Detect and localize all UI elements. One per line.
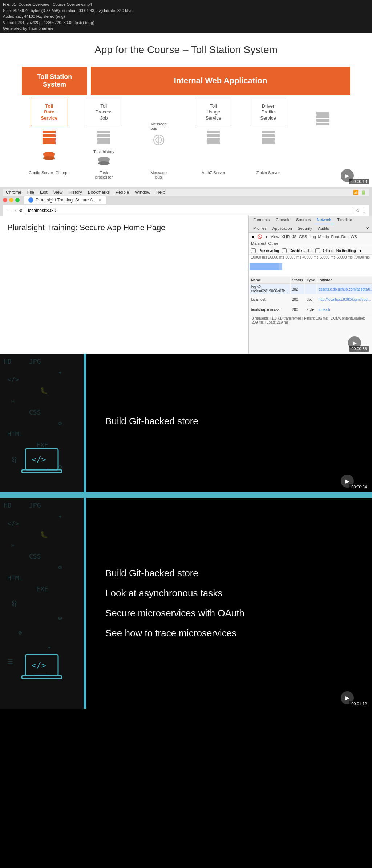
message-bus-icon	[152, 133, 165, 148]
slide3-right-panel: Build Git-backed store	[84, 354, 372, 492]
teal-divider	[0, 492, 372, 498]
toolbar-css[interactable]: CSS	[299, 235, 307, 239]
menu-window[interactable]: Window	[135, 190, 150, 195]
col-type: Type	[305, 277, 316, 284]
row1-status: 302	[291, 284, 305, 294]
offline-checkbox[interactable]	[315, 248, 320, 253]
toolbar-ws[interactable]: WS	[351, 235, 357, 239]
menu-history[interactable]: History	[69, 190, 82, 195]
menu-chrome[interactable]: Chrome	[6, 190, 21, 195]
deco4-icon-2: JPG	[29, 501, 41, 509]
devtools-tab-timeline[interactable]: Timeline	[334, 216, 355, 224]
preserve-log-label: Preserve log	[259, 249, 279, 253]
devtools-tab-audits[interactable]: Audits	[315, 224, 332, 232]
devtools-tab-sources[interactable]: Sources	[293, 216, 314, 224]
label-authz: AuthZ Server	[186, 171, 241, 179]
toll-process-icon	[97, 129, 111, 149]
meta-line5: Generated by Thumbnail me	[3, 25, 369, 32]
toolbar-other[interactable]: Other	[268, 241, 279, 245]
close-button[interactable]	[3, 198, 7, 202]
toll-process-label: TollProcessJob	[86, 99, 122, 127]
meta-bar: File: 01- Course Overview - Course Overv…	[0, 0, 372, 33]
zipkin-label	[305, 99, 341, 107]
toolbar-manifest[interactable]: Manifest	[251, 241, 266, 245]
devtools-tab-profiles[interactable]: Profiles	[250, 224, 270, 232]
svg-rect-16	[207, 131, 220, 133]
deco4-icon-8: ⚙	[58, 563, 62, 571]
svg-rect-26	[316, 119, 329, 122]
svg-rect-30	[22, 470, 62, 473]
laptop-icon: </>	[20, 447, 64, 480]
deco-icon-9: HTML	[7, 430, 23, 438]
tab-close-button[interactable]: ✕	[98, 198, 102, 203]
toolbar-js[interactable]: JS	[292, 235, 297, 239]
toll-usage-service: TollUsageService	[186, 99, 241, 169]
menu-help[interactable]: Help	[156, 190, 165, 195]
svg-rect-17	[207, 134, 220, 137]
slide4-bullet2: Look at asynchronous tasks	[105, 588, 350, 599]
menu-file[interactable]: File	[27, 190, 34, 195]
menu-people[interactable]: People	[116, 190, 129, 195]
toolbar-filter[interactable]: ▼	[264, 235, 268, 239]
toolbar-font[interactable]: Font	[331, 235, 339, 239]
toolbar-record[interactable]: ⏺	[251, 235, 255, 239]
toolbar-view[interactable]: View	[271, 235, 279, 239]
toolbar-media[interactable]: Media	[318, 235, 329, 239]
slide3-accent-bar	[84, 354, 86, 492]
devtools-tab-console[interactable]: Console	[273, 216, 293, 224]
toolbar-xhr[interactable]: XHR	[282, 235, 290, 239]
svg-rect-8	[97, 138, 110, 141]
devtools-tab-application[interactable]: Application	[270, 224, 295, 232]
throttle-dropdown[interactable]: ▼	[359, 249, 363, 253]
toolbar-doc[interactable]: Doc	[341, 235, 349, 239]
label-message-bus: Messagebus	[131, 171, 186, 179]
menu-bookmarks[interactable]: Bookmarks	[88, 190, 110, 195]
bookmark-icon[interactable]: ☆	[356, 208, 360, 213]
devtools-tab-elements[interactable]: Elements	[250, 216, 273, 224]
timestamp-4: 00:01:12	[349, 701, 369, 707]
devtools-tab-network[interactable]: Network	[314, 216, 334, 224]
devtools-tab-security[interactable]: Security	[295, 224, 315, 232]
deco-icon-4: </>	[7, 376, 19, 383]
maximize-button[interactable]	[15, 198, 20, 202]
deco4-icon-4: </>	[7, 520, 19, 527]
menu-view[interactable]: View	[53, 190, 63, 195]
deco4-icon-14: ✦	[47, 643, 51, 651]
devtools-tabs: Elements Console Sources Network Timelin…	[249, 216, 372, 233]
col-initiator: Initiator	[317, 277, 372, 284]
settings-icon[interactable]: ⋮	[362, 208, 366, 213]
deco4-icon-5: 🐛	[40, 531, 48, 538]
wifi-icon: 📶	[353, 190, 359, 195]
disable-cache-checkbox[interactable]	[282, 248, 287, 253]
browser-menubar[interactable]: Chrome File Edit View History Bookmarks …	[3, 189, 369, 196]
reload-button[interactable]: ↻	[19, 208, 23, 213]
meta-line4: Video: h264, yuv420p, 1280x720, 30.00 fp…	[3, 20, 369, 26]
svg-text:</>: </>	[32, 455, 46, 464]
browser-tab-active[interactable]: Pluralsight Training: Secure A... ✕	[24, 196, 106, 204]
network-row-3[interactable]: bootstrap.min.css 200 style index.fi 106…	[250, 305, 372, 314]
row1-type	[305, 284, 316, 294]
menu-edit[interactable]: Edit	[40, 190, 48, 195]
message-bus-sublabel: Messagebus	[150, 122, 167, 131]
back-button[interactable]: ←	[6, 208, 10, 213]
address-input[interactable]: localhost:8080	[25, 207, 353, 214]
row2-name: localhost	[250, 295, 290, 304]
svg-rect-19	[207, 141, 220, 144]
svg-rect-25	[316, 115, 329, 118]
network-row-1[interactable]: login?code=62819006a07b... 302 assets.c.…	[250, 284, 372, 294]
minimize-button[interactable]	[9, 198, 13, 202]
svg-rect-31	[35, 469, 49, 470]
forward-button[interactable]: →	[12, 208, 17, 213]
devtools-close-button[interactable]: ✕	[366, 226, 369, 231]
internal-web-box: Internal Web Application	[91, 67, 350, 95]
network-row-2[interactable]: localhost 200 doc http://localhost:8080/…	[250, 295, 372, 304]
deco4-icon-12: ⊕	[58, 614, 62, 622]
toolbar-clear[interactable]: 🚫	[257, 234, 262, 239]
disable-cache-label: Disable cache	[290, 249, 312, 253]
toolbar-img[interactable]: Img	[309, 235, 316, 239]
meta-line1: File: 01- Course Overview - Course Overv…	[3, 1, 369, 8]
row3-type: style	[305, 305, 316, 314]
traffic-lights	[3, 198, 20, 202]
preserve-log-checkbox[interactable]	[251, 248, 256, 253]
network-time-labels: 10000 ms 20000 ms 30000 ms 40000 ms 5000…	[249, 255, 372, 260]
